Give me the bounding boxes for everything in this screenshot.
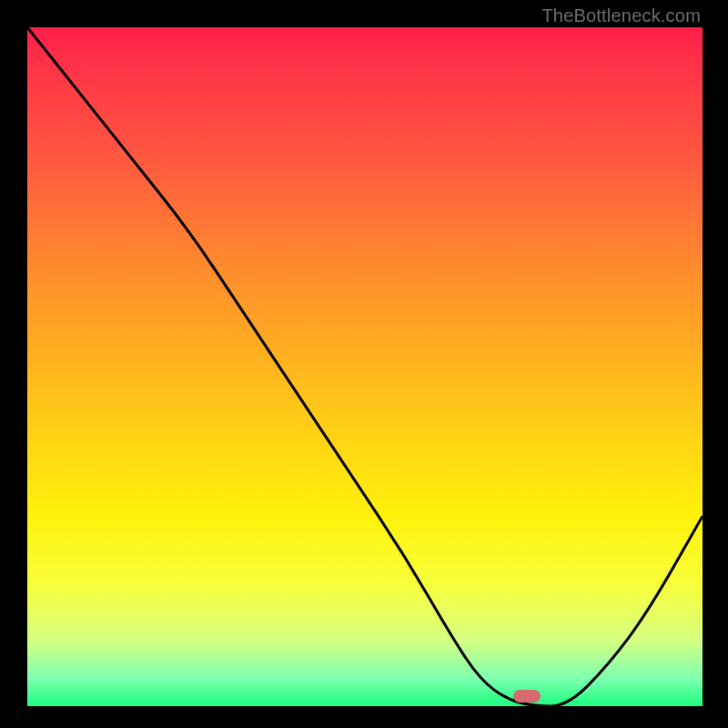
bottleneck-curve-path (27, 27, 703, 706)
chart-frame: TheBottleneck.com (0, 0, 728, 728)
selected-marker (513, 690, 541, 703)
watermark-label: TheBottleneck.com (541, 5, 701, 26)
plot-area (27, 27, 703, 706)
curve-svg (27, 27, 703, 706)
